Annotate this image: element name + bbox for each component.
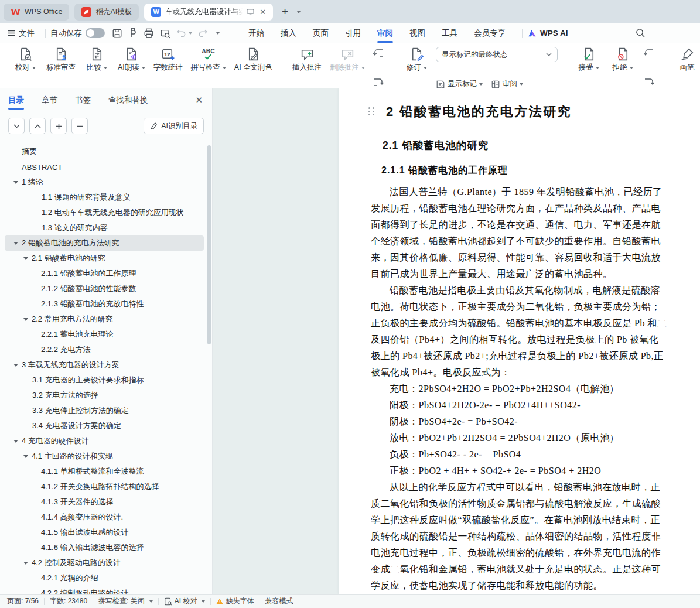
toc-item[interactable]: 1 绪论 xyxy=(5,175,204,190)
toc-item[interactable]: 4.1.2 开关变换电路拓扑结构的选择 xyxy=(5,479,204,494)
toc-expand-arrow-icon[interactable] xyxy=(13,364,18,367)
menu-item[interactable]: 视图 xyxy=(401,25,433,42)
word-count-button[interactable]: 12 字数统计 xyxy=(149,46,187,90)
export-pdf-icon[interactable] xyxy=(128,28,138,39)
compatibility-mode-badge[interactable]: 兼容模式 xyxy=(265,596,293,606)
toc-item[interactable]: 2.1.3 铅酸蓄电池的充放电特性 xyxy=(5,296,204,312)
toc-expand-arrow-icon[interactable] xyxy=(13,440,18,443)
toc-item[interactable]: 3 车载无线充电器的设计方案 xyxy=(5,357,204,373)
toc-item[interactable]: 摘要 xyxy=(5,144,204,159)
toc-item[interactable]: 2.1.1 铅酸蓄电池的工作原理 xyxy=(5,266,204,281)
toc-item[interactable]: 4.1.6 输入输出滤波电容的选择 xyxy=(5,540,204,555)
ai-recognize-toc-button[interactable]: AI识别目录 xyxy=(144,118,204,134)
missing-font-warning[interactable]: 缺失字体 xyxy=(216,596,254,606)
tab-device-icon[interactable] xyxy=(247,9,254,15)
spell-check-button[interactable]: ABC 拼写检查 xyxy=(187,46,230,90)
collapse-up-button[interactable] xyxy=(29,118,46,134)
print-preview-icon[interactable] xyxy=(160,28,170,39)
quick-access-customize-icon[interactable] xyxy=(214,29,220,37)
sidebar-tab[interactable]: 书签 xyxy=(75,95,91,105)
toc-item[interactable]: 3.3 充电停止控制方法的确定 xyxy=(5,403,204,418)
toc-item[interactable]: 4.1.1 单相桥式整流和全波整流 xyxy=(5,464,204,479)
toc-item[interactable]: 4 充电器的硬件设计 xyxy=(5,433,204,449)
tab-close-icon[interactable]: ✕ xyxy=(259,8,266,16)
sidebar-tab[interactable]: 章节 xyxy=(42,95,57,105)
proofread-button[interactable]: 校对 xyxy=(8,46,42,90)
undo-button[interactable] xyxy=(176,29,192,37)
toc-item[interactable]: ABSTRACT xyxy=(5,159,204,175)
tab-document-active[interactable]: W 车载无线充电器设计与实现 ✕ xyxy=(144,4,273,21)
toc-item[interactable]: 1.1 课题的研究背景及意义 xyxy=(5,190,204,205)
print-icon[interactable] xyxy=(144,28,154,39)
pen-button[interactable]: 画笔 xyxy=(670,46,700,90)
autosave-toggle[interactable] xyxy=(86,28,105,38)
toc-item[interactable]: 3.2 充电方法的选择 xyxy=(5,388,204,403)
toc-item[interactable]: 3.4 充电器设计方案的确定 xyxy=(5,418,204,433)
toc-item[interactable]: 4.1.4 高频变压器的设计. xyxy=(5,510,204,525)
file-menu[interactable]: 文件 xyxy=(7,28,35,39)
toc-item[interactable]: 4.1.5 输出滤波电感的设计 xyxy=(5,525,204,540)
sidebar-tab[interactable]: 目录 xyxy=(8,95,24,105)
toc-item[interactable]: 2.2.1 蓄电池充电理论 xyxy=(5,327,204,342)
previous-change-icon[interactable] xyxy=(641,47,657,59)
toc-item[interactable]: 4.2.2 控制驱动电路的设计 xyxy=(5,586,204,595)
sidebar-close-icon[interactable]: ✕ xyxy=(195,95,203,105)
collapse-all-button[interactable] xyxy=(71,118,88,134)
accept-change-button[interactable]: 接受 xyxy=(572,46,606,90)
toc-expand-arrow-icon[interactable] xyxy=(13,181,18,184)
toc-expand-arrow-icon[interactable] xyxy=(23,455,28,458)
compare-button[interactable]: 比较 xyxy=(80,46,114,90)
expand-all-button[interactable] xyxy=(50,118,67,134)
redo-button[interactable] xyxy=(198,29,208,37)
toc-expand-arrow-icon[interactable] xyxy=(13,242,18,245)
collapse-down-button[interactable] xyxy=(8,118,25,134)
document-page[interactable]: 2 铅酸蓄电池的充电方法研究2.1 铅酸蓄电池的研究2.1.1 铅酸蓄电池的工作… xyxy=(339,88,700,595)
menu-item[interactable]: 开始 xyxy=(240,25,272,42)
menu-item[interactable]: 插入 xyxy=(272,25,305,42)
next-change-icon[interactable] xyxy=(641,77,657,88)
toc-item[interactable]: 4.2.1 光耦的介绍 xyxy=(5,571,204,586)
toc-item[interactable]: 2.2 常用充电方法的研究 xyxy=(5,312,204,327)
toc-expand-arrow-icon[interactable] xyxy=(23,257,28,260)
menu-item[interactable]: 工具 xyxy=(433,25,466,42)
paragraph-drag-handle-icon[interactable] xyxy=(368,107,374,115)
track-changes-button[interactable]: 修订 xyxy=(399,46,433,90)
sidebar-tab[interactable]: 查找和替换 xyxy=(108,95,148,105)
page-indicator[interactable]: 页面: 7/56 xyxy=(7,596,39,606)
reject-change-button[interactable]: 拒绝 xyxy=(606,46,640,90)
menu-item[interactable]: 页面 xyxy=(305,25,337,42)
toc-item[interactable]: 1.3 论文的研究内容 xyxy=(5,220,204,235)
toc-item[interactable]: 2.2.2 充电方法 xyxy=(5,342,204,357)
next-comment-icon[interactable] xyxy=(370,77,387,88)
sidebar-scrollbar[interactable] xyxy=(207,145,211,344)
toc-item[interactable]: 4.2 控制及驱动电路的设计 xyxy=(5,555,204,571)
standard-review-button[interactable]: 标准审查 xyxy=(42,46,80,90)
search-button[interactable] xyxy=(636,28,646,38)
insert-comment-button[interactable]: 插入批注 xyxy=(288,46,326,90)
toc-item[interactable]: 2.1.2 铅酸蓄电池的性能参数 xyxy=(5,281,204,296)
toc-item[interactable]: 2.1 铅酸蓄电池的研究 xyxy=(5,251,204,266)
toc-item[interactable]: 4.1.3 开关器件的选择 xyxy=(5,494,204,510)
tab-docer-ai[interactable]: 稻壳AI模板 xyxy=(74,4,139,21)
spell-check-status[interactable]: 拼写检查: 关闭 xyxy=(98,596,153,606)
toc-expand-arrow-icon[interactable] xyxy=(23,562,28,565)
tab-list-dropdown-icon[interactable] xyxy=(295,6,301,17)
word-count-indicator[interactable]: 字数: 23480 xyxy=(50,596,87,606)
markup-state-select[interactable]: 显示标记的最终状态 xyxy=(436,47,558,62)
ai-proofread-status[interactable]: AI 校对 xyxy=(164,596,206,606)
ai-polish-button[interactable]: AI 全文润色 xyxy=(230,46,276,90)
menu-item[interactable]: 引用 xyxy=(337,25,369,42)
ai-read-aloud-button[interactable]: AI朗读 xyxy=(114,46,149,90)
previous-comment-icon[interactable] xyxy=(370,47,387,59)
wps-ai-button[interactable]: WPS AI xyxy=(527,29,568,37)
save-icon[interactable] xyxy=(112,28,122,39)
tab-wps-office[interactable]: WPS Office xyxy=(4,4,69,21)
toc-item[interactable]: 1.2 电动车车载无线充电器的研究应用现状 xyxy=(5,205,204,220)
document-area[interactable]: 2 铅酸蓄电池的充电方法研究2.1 铅酸蓄电池的研究2.1.1 铅酸蓄电池的工作… xyxy=(213,88,700,595)
toc-item[interactable]: 4.1 主回路的设计和实现 xyxy=(5,449,204,464)
toc-expand-arrow-icon[interactable] xyxy=(23,318,28,321)
toc-item[interactable]: 2 铅酸蓄电池的充电方法研究 xyxy=(5,235,204,251)
menu-item[interactable]: 审阅 xyxy=(369,25,401,42)
menu-item[interactable]: 会员专享 xyxy=(466,25,514,42)
toc-item[interactable]: 3.1 充电器的主要设计要求和指标 xyxy=(5,373,204,388)
